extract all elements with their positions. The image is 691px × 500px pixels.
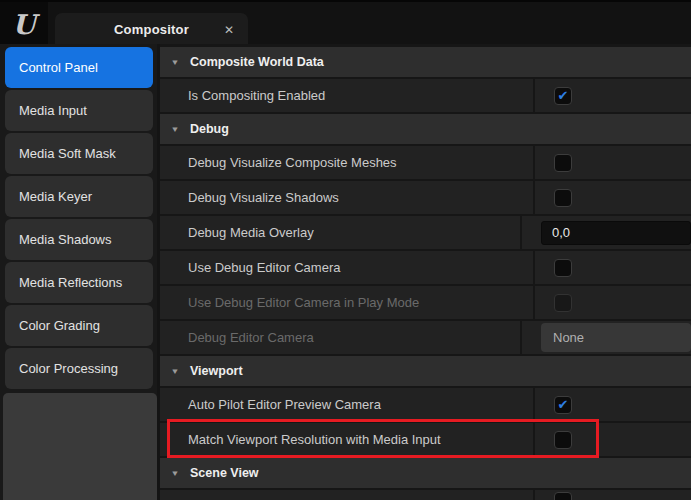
- property-row-match-viewport-resolution-with-media-input: Match Viewport Resolution with Media Inp…: [160, 423, 691, 456]
- property-value-cell: ✔: [535, 251, 691, 284]
- sidebar-item-color-processing[interactable]: Color Processing: [5, 348, 153, 389]
- checkbox-auto-pilot-editor-preview-camera[interactable]: ✔: [554, 396, 572, 414]
- compositor-window: U Compositor ✕ Control PanelMedia InputM…: [0, 0, 691, 500]
- section-header-debug[interactable]: ▼Debug: [160, 114, 691, 144]
- checkbox-debug-visualize-composite-meshes[interactable]: ✔: [554, 154, 572, 172]
- property-value-cell: ✔: [535, 490, 691, 500]
- section-title: Composite World Data: [190, 55, 324, 69]
- property-label-cell: Is Compositing Enabled: [160, 79, 535, 112]
- property-label-cell: Auto Pilot Editor Preview Camera: [160, 388, 535, 421]
- dropdown-debug-editor-camera: None: [541, 323, 691, 352]
- property-label-cell: Debug Visualize Shadows: [160, 181, 535, 214]
- sidebar-item-label: Color Processing: [19, 361, 118, 376]
- dropdown-value: None: [553, 330, 584, 345]
- property-value-cell: None: [522, 321, 691, 354]
- property-row-use-debug-editor-camera: Use Debug Editor Camera✔: [160, 251, 691, 284]
- property-row-is-compositing-enabled: Is Compositing Enabled✔: [160, 79, 691, 112]
- property-value-cell: ✔: [535, 146, 691, 179]
- property-label-cell: Debug Visualize Composite Meshes: [160, 146, 535, 179]
- close-icon[interactable]: ✕: [224, 24, 234, 36]
- checkbox-is-compositing-enabled[interactable]: ✔: [554, 87, 572, 105]
- sidebar-item-label: Color Grading: [19, 318, 100, 333]
- chevron-down-icon: ▼: [160, 469, 190, 478]
- sidebar-item-label: Media Shadows: [19, 232, 112, 247]
- section-title: Scene View: [190, 466, 259, 480]
- section-header-viewport[interactable]: ▼Viewport: [160, 356, 691, 386]
- sidebar-item-media-input[interactable]: Media Input: [5, 90, 153, 131]
- checkbox-match-viewport-resolution-with-media-input[interactable]: ✔: [554, 431, 572, 449]
- unreal-logo: U: [0, 2, 48, 46]
- property-label: Debug Media Overlay: [188, 225, 314, 240]
- property-value-cell: [522, 216, 691, 249]
- chevron-down-icon: ▼: [160, 58, 190, 67]
- properties-panel: ▼Composite World DataIs Compositing Enab…: [160, 44, 691, 500]
- sidebar-item-label: Control Panel: [19, 60, 98, 75]
- checkbox-use-debug-editor-camera[interactable]: ✔: [554, 259, 572, 277]
- property-row-item: ✔: [160, 490, 691, 500]
- property-row-debug-media-overlay: Debug Media Overlay: [160, 216, 691, 249]
- property-row-debug-visualize-composite-meshes: Debug Visualize Composite Meshes✔: [160, 146, 691, 179]
- property-label-cell: Debug Media Overlay: [160, 216, 522, 249]
- sidebar-item-label: Media Keyer: [19, 189, 92, 204]
- property-label-cell: Debug Editor Camera: [160, 321, 522, 354]
- sidebar-item-media-reflections[interactable]: Media Reflections: [5, 262, 153, 303]
- property-value-cell: ✔: [535, 423, 691, 456]
- property-row-use-debug-editor-camera-in-play-mode: Use Debug Editor Camera in Play Mode✔: [160, 286, 691, 319]
- check-icon: ✔: [558, 89, 569, 102]
- property-label-cell: Use Debug Editor Camera in Play Mode: [160, 286, 535, 319]
- unreal-logo-icon: U: [12, 11, 36, 38]
- section-header-composite-world-data[interactable]: ▼Composite World Data: [160, 47, 691, 77]
- chevron-down-icon: ▼: [160, 367, 190, 376]
- property-value-cell: ✔: [535, 181, 691, 214]
- tab-title: Compositor: [114, 22, 189, 37]
- property-value-cell: ✔: [535, 286, 691, 319]
- sidebar-item-label: Media Reflections: [19, 275, 122, 290]
- section-title: Viewport: [190, 364, 243, 378]
- sidebar-empty-area: [3, 393, 157, 500]
- property-row-debug-editor-camera: Debug Editor CameraNone: [160, 321, 691, 354]
- section-title: Debug: [190, 122, 229, 136]
- property-label: Auto Pilot Editor Preview Camera: [188, 397, 381, 412]
- check-icon: ✔: [558, 398, 569, 411]
- sidebar-item-label: Media Soft Mask: [19, 146, 116, 161]
- chevron-down-icon: ▼: [160, 125, 190, 134]
- property-row-debug-visualize-shadows: Debug Visualize Shadows✔: [160, 181, 691, 214]
- checkbox-use-debug-editor-camera-in-play-mode: ✔: [554, 294, 572, 312]
- tab-compositor[interactable]: Compositor ✕: [55, 13, 248, 46]
- section-header-scene-view[interactable]: ▼Scene View: [160, 458, 691, 488]
- checkbox-debug-visualize-shadows[interactable]: ✔: [554, 189, 572, 207]
- property-label: Use Debug Editor Camera in Play Mode: [188, 295, 419, 310]
- checkbox-item[interactable]: ✔: [554, 492, 572, 500]
- property-label: Use Debug Editor Camera: [188, 260, 340, 275]
- property-row-auto-pilot-editor-preview-camera: Auto Pilot Editor Preview Camera✔: [160, 388, 691, 421]
- tab-bar: U Compositor ✕: [0, 0, 691, 44]
- property-label: Debug Visualize Shadows: [188, 190, 339, 205]
- property-label-cell: [160, 490, 535, 500]
- property-label: Debug Editor Camera: [188, 330, 314, 345]
- property-label: Match Viewport Resolution with Media Inp…: [188, 432, 441, 447]
- property-label-cell: Match Viewport Resolution with Media Inp…: [160, 423, 535, 456]
- sidebar-item-media-shadows[interactable]: Media Shadows: [5, 219, 153, 260]
- sidebar-item-color-grading[interactable]: Color Grading: [5, 305, 153, 346]
- text-input-debug-media-overlay[interactable]: [541, 221, 691, 245]
- sidebar-item-control-panel[interactable]: Control Panel: [5, 47, 153, 88]
- sidebar: Control PanelMedia InputMedia Soft MaskM…: [0, 44, 160, 500]
- sidebar-item-label: Media Input: [19, 103, 87, 118]
- sidebar-item-media-keyer[interactable]: Media Keyer: [5, 176, 153, 217]
- property-value-cell: ✔: [535, 79, 691, 112]
- property-value-cell: ✔: [535, 388, 691, 421]
- property-label: Is Compositing Enabled: [188, 88, 325, 103]
- property-label-cell: Use Debug Editor Camera: [160, 251, 535, 284]
- sidebar-item-media-soft-mask[interactable]: Media Soft Mask: [5, 133, 153, 174]
- property-label: Debug Visualize Composite Meshes: [188, 155, 397, 170]
